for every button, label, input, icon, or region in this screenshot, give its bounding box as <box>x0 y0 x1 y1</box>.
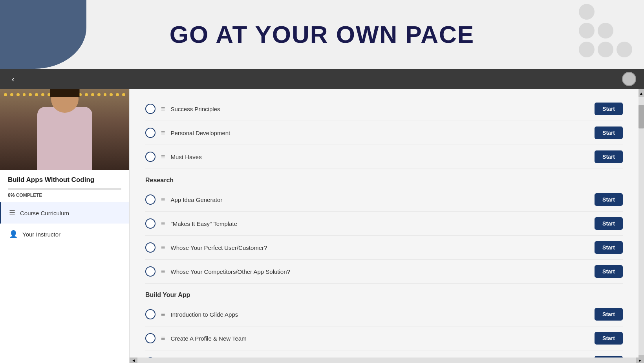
item-checkbox-intro-glide[interactable] <box>145 309 156 319</box>
sidebar-course-image <box>0 89 129 170</box>
hero-dot <box>598 23 613 38</box>
content-area: ≡Success PrinciplesStart≡Personal Develo… <box>130 89 644 363</box>
start-button-personal-development[interactable]: Start <box>595 126 623 139</box>
scroll-up-arrow[interactable]: ▲ <box>639 89 644 97</box>
horizontal-scrollbar[interactable]: ◄ ► <box>130 358 644 363</box>
vertical-scrollbar[interactable]: ▲ ▼ <box>639 89 644 363</box>
start-button-makes-it-easy[interactable]: Start <box>595 217 623 230</box>
hero-dot <box>579 4 595 20</box>
curriculum-icon: ☰ <box>9 209 15 217</box>
item-lines-icon-create-profile: ≡ <box>161 334 165 343</box>
course-content-scroll[interactable]: ≡Success PrinciplesStart≡Personal Develo… <box>130 89 639 363</box>
progress-bar-container <box>8 188 121 190</box>
item-checkbox-app-idea-generator[interactable] <box>145 194 156 205</box>
sidebar-item-instructor-label: Your Instructor <box>22 231 60 238</box>
item-lines-icon-competitors: ≡ <box>161 268 165 276</box>
section-header-build-your-app: Build Your App <box>145 292 623 299</box>
course-item-must-haves: ≡Must HavesStart <box>145 145 623 169</box>
photo-hair <box>50 89 79 97</box>
start-button-intro-glide[interactable]: Start <box>595 308 623 321</box>
scroll-thumb[interactable] <box>639 105 644 128</box>
start-button-success-principles[interactable]: Start <box>595 103 623 115</box>
sidebar-item-curriculum[interactable]: ☰ Course Curriculum <box>0 202 129 224</box>
item-checkbox-success-principles[interactable] <box>145 104 156 114</box>
nav-bar: ‹ <box>0 69 644 89</box>
progress-pct: 0% <box>8 192 15 198</box>
start-button-app-idea-generator[interactable]: Start <box>595 193 623 206</box>
progress-label: COMPLETE <box>16 192 42 198</box>
hero-section: GO AT YOUR OWN PACE <box>0 0 644 69</box>
item-lines-icon-personal-development: ≡ <box>161 129 165 137</box>
item-label-create-profile: Create A Profile & New Team <box>171 335 589 342</box>
item-checkbox-makes-it-easy[interactable] <box>145 218 156 229</box>
photo-body <box>37 107 92 170</box>
item-label-perfect-user: Whose Your Perfect User/Customer? <box>171 244 589 251</box>
hero-dots <box>579 4 632 57</box>
course-title: Build Apps Without Coding <box>8 176 121 184</box>
item-lines-icon-app-idea-generator: ≡ <box>161 196 165 204</box>
item-lines-icon-must-haves: ≡ <box>161 153 165 161</box>
item-checkbox-personal-development[interactable] <box>145 128 156 138</box>
hero-dot <box>579 42 595 57</box>
start-button-must-haves[interactable]: Start <box>595 150 623 163</box>
hero-title: GO AT YOUR OWN PACE <box>170 20 474 48</box>
section-header-research: Research <box>145 177 623 184</box>
sidebar-item-instructor[interactable]: 👤 Your Instructor <box>0 224 129 245</box>
course-item-makes-it-easy: ≡"Makes It Easy" TemplateStart <box>145 212 623 236</box>
scroll-left-arrow[interactable]: ◄ <box>130 358 137 363</box>
item-label-must-haves: Must Haves <box>171 154 589 160</box>
course-item-success-principles: ≡Success PrinciplesStart <box>145 97 623 121</box>
sidebar-item-curriculum-label: Course Curriculum <box>20 210 69 216</box>
item-lines-icon-success-principles: ≡ <box>161 105 165 113</box>
item-label-intro-glide: Introduction to Glide Apps <box>171 311 589 318</box>
course-item-app-idea-generator: ≡App Idea GeneratorStart <box>145 188 623 212</box>
course-item-intro-glide: ≡Introduction to Glide AppsStart <box>145 302 623 326</box>
main-layout: Build Apps Without Coding 0% COMPLETE ☰ … <box>0 89 644 363</box>
course-item-create-profile: ≡Create A Profile & New TeamStart <box>145 326 623 350</box>
item-label-personal-development: Personal Development <box>171 130 589 136</box>
start-button-perfect-user[interactable]: Start <box>595 241 623 254</box>
sidebar: Build Apps Without Coding 0% COMPLETE ☰ … <box>0 89 130 363</box>
item-checkbox-create-profile[interactable] <box>145 333 156 343</box>
start-button-competitors[interactable]: Start <box>595 265 623 278</box>
item-checkbox-must-haves[interactable] <box>145 152 156 162</box>
sidebar-course-info: Build Apps Without Coding 0% COMPLETE <box>0 170 129 202</box>
sidebar-nav: ☰ Course Curriculum 👤 Your Instructor <box>0 202 129 363</box>
back-button[interactable]: ‹ <box>8 73 18 86</box>
item-lines-icon-perfect-user: ≡ <box>161 244 165 252</box>
item-lines-icon-makes-it-easy: ≡ <box>161 220 165 228</box>
hero-dot <box>579 23 595 38</box>
start-button-create-profile[interactable]: Start <box>595 332 623 345</box>
item-label-app-idea-generator: App Idea Generator <box>171 196 589 203</box>
item-checkbox-perfect-user[interactable] <box>145 242 156 253</box>
scroll-right-arrow[interactable]: ► <box>636 358 644 363</box>
item-checkbox-competitors[interactable] <box>145 266 156 277</box>
item-label-makes-it-easy: "Makes It Easy" Template <box>171 220 589 227</box>
hero-dot <box>617 42 632 57</box>
course-item-competitors: ≡Whose Your Competitors/Other App Soluti… <box>145 260 623 284</box>
course-item-perfect-user: ≡Whose Your Perfect User/Customer?Start <box>145 236 623 260</box>
progress-text: 0% COMPLETE <box>8 192 121 198</box>
course-item-personal-development: ≡Personal DevelopmentStart <box>145 121 623 145</box>
item-label-success-principles: Success Principles <box>171 106 589 112</box>
user-avatar[interactable] <box>622 72 636 86</box>
hero-dot <box>598 42 613 57</box>
item-lines-icon-intro-glide: ≡ <box>161 310 165 319</box>
hero-blob <box>0 0 86 69</box>
instructor-icon: 👤 <box>9 230 18 238</box>
item-label-competitors: Whose Your Competitors/Other App Solutio… <box>171 268 589 275</box>
